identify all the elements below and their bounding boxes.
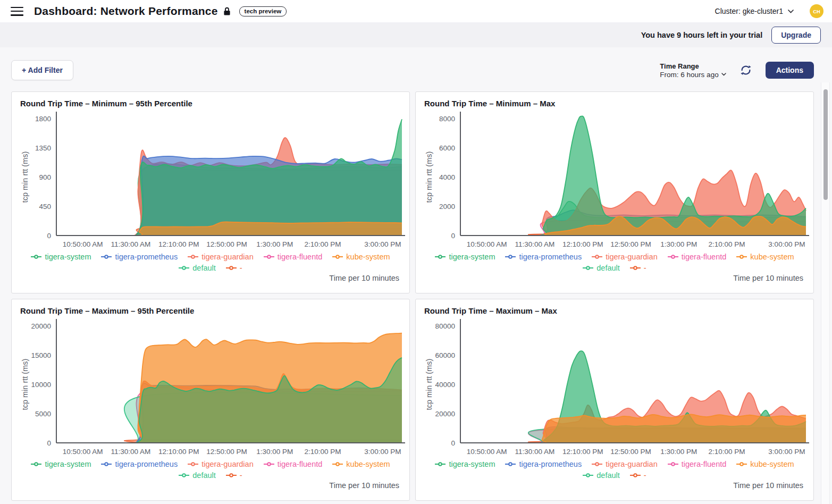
legend-item-tigera-prometheus[interactable]: tigera-prometheus bbox=[505, 251, 582, 262]
legend-item-tigera-fluentd[interactable]: tigera-fluentd bbox=[668, 251, 727, 262]
series-marker-icon bbox=[188, 254, 198, 259]
series-marker-icon bbox=[736, 461, 747, 467]
area-series-tigera-system bbox=[56, 119, 402, 236]
svg-text:3:00:00 PM: 3:00:00 PM bbox=[768, 240, 805, 248]
legend-item-tigera-system[interactable]: tigera-system bbox=[435, 459, 495, 469]
legend-item-default[interactable]: default bbox=[583, 470, 620, 481]
svg-text:11:30:00 AM: 11:30:00 AM bbox=[111, 448, 151, 456]
svg-text:6000: 6000 bbox=[439, 144, 455, 152]
legend-item-tigera-guardian[interactable]: tigera-guardian bbox=[188, 251, 254, 262]
legend-label: tigera-prometheus bbox=[519, 459, 582, 469]
legend-label: - bbox=[644, 263, 646, 273]
chart-title: Round Trip Time – Maximum – Max bbox=[424, 306, 805, 315]
legend-item-tigera-fluentd[interactable]: tigera-fluentd bbox=[264, 459, 323, 469]
series-marker-icon bbox=[264, 461, 274, 467]
chart-card-rtt-max-max: Round Trip Time – Maximum – Max 02000040… bbox=[415, 299, 814, 501]
avatar[interactable]: CH bbox=[810, 4, 823, 18]
legend-item-tigera-guardian[interactable]: tigera-guardian bbox=[592, 459, 658, 469]
legend-label: - bbox=[240, 470, 242, 481]
legend-item-kube-system[interactable]: kube-system bbox=[332, 459, 390, 469]
legend-label: tigera-prometheus bbox=[115, 251, 178, 262]
chart-title: Round Trip Time – Minimum – Max bbox=[424, 99, 805, 108]
series-marker-icon bbox=[188, 461, 198, 467]
legend-label: default bbox=[596, 470, 620, 481]
add-filter-button[interactable]: + Add Filter bbox=[11, 60, 73, 80]
legend-item--[interactable]: - bbox=[630, 263, 646, 273]
legend-item-tigera-fluentd[interactable]: tigera-fluentd bbox=[668, 459, 727, 469]
legend-label: tigera-system bbox=[45, 459, 91, 469]
legend-item-default[interactable]: default bbox=[583, 263, 620, 273]
upgrade-button[interactable]: Upgrade bbox=[771, 27, 821, 44]
time-range-selector[interactable]: From: 6 hours ago bbox=[660, 71, 726, 79]
legend-label: tigera-guardian bbox=[201, 251, 254, 262]
legend-item--[interactable]: - bbox=[226, 470, 242, 481]
time-range: Time Range From: 6 hours ago bbox=[660, 62, 726, 79]
legend-item-tigera-system[interactable]: tigera-system bbox=[435, 251, 495, 262]
series-marker-icon bbox=[435, 461, 446, 467]
actions-button[interactable]: Actions bbox=[766, 62, 814, 79]
chart-card-rtt-max-95th: Round Trip Time – Maximum – 95th Percent… bbox=[11, 299, 410, 501]
toolbar: + Add Filter Time Range From: 6 hours ag… bbox=[11, 60, 814, 80]
svg-text:1350: 1350 bbox=[35, 144, 51, 152]
series-marker-icon bbox=[101, 254, 112, 259]
svg-text:0: 0 bbox=[451, 439, 455, 447]
series-marker-icon bbox=[332, 461, 343, 467]
legend-label: - bbox=[644, 470, 646, 481]
svg-text:tcp min rtt (ms): tcp min rtt (ms) bbox=[425, 152, 433, 203]
svg-text:12:10:00 PM: 12:10:00 PM bbox=[562, 448, 603, 456]
legend-item-kube-system[interactable]: kube-system bbox=[736, 459, 794, 469]
legend-label: default bbox=[192, 263, 216, 273]
series-marker-icon bbox=[101, 461, 112, 467]
series-marker-icon bbox=[630, 473, 641, 478]
svg-text:15000: 15000 bbox=[31, 351, 51, 359]
svg-text:2:10:00 PM: 2:10:00 PM bbox=[305, 448, 341, 456]
svg-text:1800: 1800 bbox=[35, 115, 51, 123]
legend-item-tigera-prometheus[interactable]: tigera-prometheus bbox=[505, 459, 582, 469]
cluster-selector[interactable]: Cluster: gke-cluster1 bbox=[715, 7, 794, 15]
legend-item-default[interactable]: default bbox=[179, 470, 216, 481]
legend-item-tigera-prometheus[interactable]: tigera-prometheus bbox=[101, 459, 178, 469]
svg-text:3:00:00 PM: 3:00:00 PM bbox=[364, 448, 401, 456]
legend-item-tigera-fluentd[interactable]: tigera-fluentd bbox=[264, 251, 323, 262]
legend-item-tigera-guardian[interactable]: tigera-guardian bbox=[592, 251, 658, 262]
svg-text:1:30:00 PM: 1:30:00 PM bbox=[256, 240, 293, 248]
series-marker-icon bbox=[668, 461, 678, 467]
svg-text:3:00:00 PM: 3:00:00 PM bbox=[364, 240, 401, 248]
legend-item-default[interactable]: default bbox=[179, 263, 216, 273]
legend-item-tigera-guardian[interactable]: tigera-guardian bbox=[188, 459, 254, 469]
svg-text:10:50:00 AM: 10:50:00 AM bbox=[63, 240, 103, 248]
legend-label: kube-system bbox=[750, 251, 794, 262]
svg-text:12:50:00 PM: 12:50:00 PM bbox=[206, 240, 247, 248]
chart-canvas: 04509001350180010:50:00 AM11:30:00 AM12:… bbox=[12, 110, 409, 251]
chart-card-rtt-min-95th: Round Trip Time – Minimum – 95th Percent… bbox=[11, 91, 410, 293]
legend-item-tigera-prometheus[interactable]: tigera-prometheus bbox=[101, 251, 178, 262]
legend-item-kube-system[interactable]: kube-system bbox=[736, 251, 794, 262]
series-marker-icon bbox=[226, 265, 237, 271]
legend-item-kube-system[interactable]: kube-system bbox=[332, 251, 390, 262]
legend-item-tigera-system[interactable]: tigera-system bbox=[31, 459, 91, 469]
chart-legend: tigera-systemtigera-prometheustigera-gua… bbox=[24, 459, 397, 481]
chart-area: 04509001350180010:50:00 AM11:30:00 AM12:… bbox=[12, 110, 409, 251]
chart-canvas: 0200040006000800010:50:00 AM11:30:00 AM1… bbox=[416, 110, 813, 251]
svg-text:0: 0 bbox=[47, 232, 51, 240]
legend-item-tigera-system[interactable]: tigera-system bbox=[31, 251, 91, 262]
chart-legend: tigera-systemtigera-prometheustigera-gua… bbox=[428, 459, 801, 481]
chart-footer: Time per 10 minutes bbox=[12, 274, 409, 282]
legend-item--[interactable]: - bbox=[630, 470, 646, 481]
refresh-button[interactable] bbox=[739, 63, 753, 77]
svg-text:12:10:00 PM: 12:10:00 PM bbox=[158, 448, 199, 456]
svg-text:11:30:00 AM: 11:30:00 AM bbox=[515, 448, 555, 456]
menu-icon[interactable] bbox=[11, 7, 23, 16]
cluster-label: Cluster: gke-cluster1 bbox=[715, 7, 783, 15]
svg-text:1:30:00 PM: 1:30:00 PM bbox=[660, 448, 697, 456]
chart-area: 0200040006000800010:50:00 AM11:30:00 AM1… bbox=[416, 110, 813, 251]
scrollbar-track[interactable] bbox=[821, 82, 830, 504]
legend-item--[interactable]: - bbox=[226, 263, 242, 273]
scrollbar-thumb[interactable] bbox=[823, 89, 828, 200]
svg-text:12:10:00 PM: 12:10:00 PM bbox=[158, 240, 199, 248]
svg-text:1:30:00 PM: 1:30:00 PM bbox=[256, 448, 293, 456]
svg-text:11:30:00 AM: 11:30:00 AM bbox=[515, 240, 555, 248]
series-marker-icon bbox=[179, 265, 189, 271]
svg-text:1:30:00 PM: 1:30:00 PM bbox=[660, 240, 697, 248]
app-header: Dashboard: Network Performance tech prev… bbox=[0, 0, 832, 22]
